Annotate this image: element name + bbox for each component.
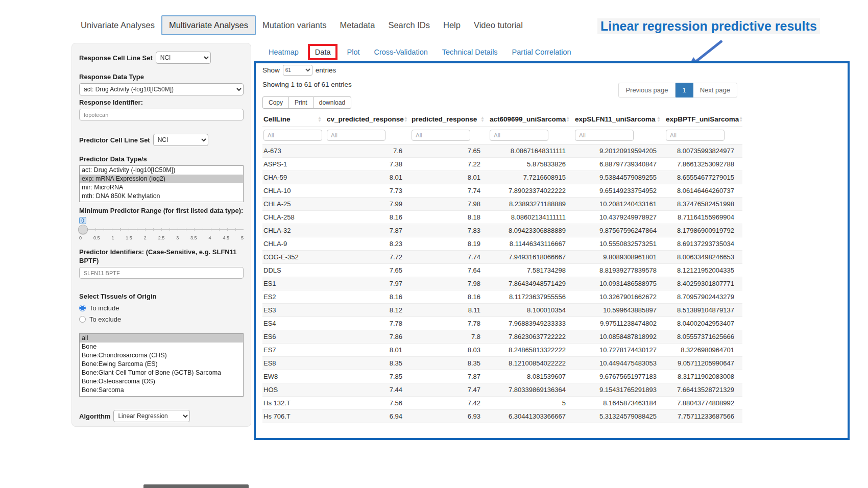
- value-cell: 8.3226980964701: [665, 344, 742, 357]
- value-cell: 8.11723637955556: [489, 290, 574, 304]
- sort-icon[interactable]: ▲▼: [566, 116, 570, 123]
- value-cell: 8.70957902443279: [665, 290, 742, 304]
- tab-partial-correlation[interactable]: Partial Correlation: [505, 44, 578, 60]
- value-cell: 7.66413528721329: [665, 383, 742, 397]
- value-cell: 7.72: [326, 251, 411, 264]
- nav-item-video-tutorial[interactable]: Video tutorial: [467, 16, 529, 34]
- column-filter-input-cv-predicted-response[interactable]: [327, 130, 385, 141]
- value-cell: 7.89023374022222: [489, 184, 574, 198]
- slider-handle[interactable]: [78, 225, 88, 234]
- value-cell: 5.875833826: [489, 158, 574, 171]
- download-button[interactable]: download: [313, 96, 351, 109]
- response-identifier-input[interactable]: [79, 109, 244, 120]
- tab-plot[interactable]: Plot: [340, 44, 367, 60]
- previous-page-button[interactable]: Previous page: [618, 83, 675, 97]
- page-number-button[interactable]: 1: [676, 83, 693, 97]
- column-header-expslfn11-unisarcoma[interactable]: expSLFN11_uniSarcoma▲▼: [574, 112, 665, 127]
- tissues-listbox[interactable]: allBoneBone:Chondrosarcoma (CHS)Bone:Ewi…: [79, 333, 244, 397]
- value-cell: 8.081539607: [489, 370, 574, 383]
- predictor-data-types-listbox[interactable]: act: Drug Activity (-log10[IC50M])exp: m…: [79, 165, 244, 202]
- column-header-expbptf-unisarcoma[interactable]: expBPTF_uniSarcoma▲▼: [665, 112, 742, 127]
- predictor-type-option[interactable]: mir: MicroRNA: [80, 183, 243, 192]
- nav-item-help[interactable]: Help: [437, 16, 467, 34]
- value-cell: 7.86: [326, 330, 411, 344]
- print-button[interactable]: Print: [288, 96, 314, 109]
- value-cell: 8.19: [411, 237, 489, 251]
- tissue-option[interactable]: Bone:Osteosarcoma (OS): [80, 377, 243, 386]
- tissue-option[interactable]: Bone:Sarcoma: [80, 386, 243, 395]
- column-filter-input-act609699-unisarcoma[interactable]: [490, 130, 548, 141]
- value-cell: 8.23: [326, 237, 411, 251]
- slider-track[interactable]: [79, 229, 244, 230]
- column-header-cellline[interactable]: CellLine▲▼: [262, 112, 326, 127]
- table-row: ES38.128.118.10001035410.5996438858978.5…: [262, 304, 742, 317]
- tissue-radio-to-include[interactable]: To include: [79, 304, 244, 312]
- tissue-radio-to-exclude[interactable]: To exclude: [79, 315, 244, 323]
- column-filter-input-expbptf-unisarcoma[interactable]: [666, 130, 725, 141]
- sort-icon[interactable]: ▲▼: [739, 116, 743, 123]
- tissue-option[interactable]: Bone:Giant Cell Tumor of Bone (GCTB) Sar…: [80, 369, 243, 377]
- column-filter-input-cellline[interactable]: [263, 130, 322, 141]
- min-predictor-range-slider[interactable]: 0 00.511.522.533.544.55: [79, 217, 244, 242]
- sort-icon[interactable]: ▲▼: [404, 116, 408, 123]
- value-cell: 7.98: [411, 277, 489, 290]
- column-header-predicted-response[interactable]: predicted_response▲▼: [411, 112, 489, 127]
- value-cell: 8.51389104879137: [665, 304, 742, 317]
- value-cell: 6.30441303366667: [489, 410, 574, 423]
- tissue-option[interactable]: Bone: [80, 343, 243, 351]
- column-header-label: cv_predicted_response: [327, 115, 404, 123]
- nav-item-mutation-variants[interactable]: Mutation variants: [256, 16, 333, 34]
- predictor-identifiers-label: Predictor Identifiers: (Case-Sensitive, …: [79, 248, 244, 265]
- next-page-button[interactable]: Next page: [693, 83, 737, 97]
- value-cell: 7.85: [326, 370, 411, 383]
- table-row: COG-E-3527.727.747.949316180666679.80893…: [262, 251, 742, 264]
- slider-tick-label: 0: [79, 235, 82, 240]
- show-entries-select[interactable]: 61: [283, 65, 312, 76]
- cellline-cell: ES4: [262, 317, 326, 330]
- nav-item-multivariate-analyses[interactable]: Multivariate Analyses: [161, 15, 256, 35]
- value-cell: 7.87: [326, 224, 411, 237]
- column-filter-input-predicted-response[interactable]: [412, 130, 470, 141]
- response-identifier-label: Response Identifier:: [79, 98, 244, 107]
- tab-data[interactable]: Data: [308, 44, 338, 60]
- tab-cross-validation[interactable]: Cross-Validation: [367, 44, 435, 60]
- value-cell: 9.87567596247864: [574, 224, 665, 237]
- cellline-cell: HOS: [262, 383, 326, 397]
- predictor-cell-line-set-label: Predictor Cell Line Set: [79, 136, 150, 144]
- sidebar-panel: Response Cell Line Set NCI Response Data…: [71, 43, 251, 427]
- tissue-option[interactable]: Bone:Ewing Sarcoma (ES): [80, 360, 243, 369]
- pagination: Previous page 1 Next page: [618, 83, 737, 97]
- predictor-cell-line-set-select[interactable]: NCI: [153, 134, 208, 146]
- sort-icon[interactable]: ▲▼: [318, 116, 322, 123]
- value-cell: 8.01: [411, 171, 489, 184]
- tab-technical-details[interactable]: Technical Details: [435, 44, 505, 60]
- table-row: ASPS-17.387.225.8758338266.8879773934084…: [262, 158, 742, 171]
- radio-icon: [79, 305, 86, 311]
- column-header-cv-predicted-response[interactable]: cv_predicted_response▲▼: [326, 112, 411, 127]
- predictor-type-option[interactable]: exp: mRNA Expression (log2): [80, 175, 243, 183]
- predictor-identifiers-input[interactable]: [79, 267, 244, 279]
- show-entries-suffix: entries: [316, 66, 336, 74]
- value-cell: 8.69137293735034: [665, 237, 742, 251]
- column-filter-input-expslfn11-unisarcoma[interactable]: [575, 130, 634, 141]
- slider-tick-label: 1.5: [126, 235, 132, 240]
- tissue-option[interactable]: all: [80, 334, 243, 343]
- response-data-type-select[interactable]: act: Drug Activity (-log10[IC50M]): [79, 83, 244, 95]
- predictor-type-option[interactable]: mth: DNA 850K Methylation: [80, 192, 243, 201]
- tab-heatmap[interactable]: Heatmap: [261, 44, 306, 60]
- nav-item-metadata[interactable]: Metadata: [333, 16, 382, 34]
- column-header-act609699-unisarcoma[interactable]: act609699_uniSarcoma▲▼: [489, 112, 574, 127]
- sort-icon[interactable]: ▲▼: [480, 116, 485, 123]
- sort-icon[interactable]: ▲▼: [657, 116, 661, 123]
- value-cell: 8.11: [411, 304, 489, 317]
- nav-item-search-ids[interactable]: Search IDs: [381, 16, 437, 34]
- nav-item-univariate-analyses[interactable]: Univariate Analyses: [74, 16, 161, 34]
- algorithm-select[interactable]: Linear Regression: [113, 410, 190, 422]
- slider-tick-label: 3.5: [190, 235, 197, 240]
- cellline-cell: A-673: [262, 144, 326, 158]
- response-cell-line-set-select[interactable]: NCI: [156, 52, 211, 64]
- predictor-type-option[interactable]: act: Drug Activity (-log10[IC50M]): [80, 166, 243, 175]
- value-cell: 8.08602134111111: [489, 211, 574, 224]
- copy-button[interactable]: Copy: [262, 96, 289, 109]
- tissue-option[interactable]: Bone:Chondrosarcoma (CHS): [80, 351, 243, 360]
